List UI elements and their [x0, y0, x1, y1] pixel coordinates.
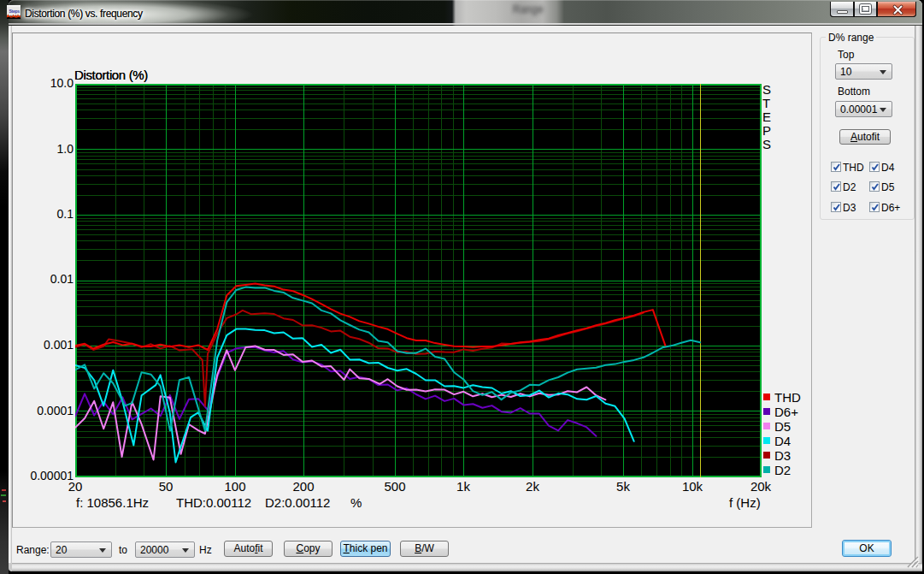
- svg-text:Steps: Steps: [9, 9, 21, 14]
